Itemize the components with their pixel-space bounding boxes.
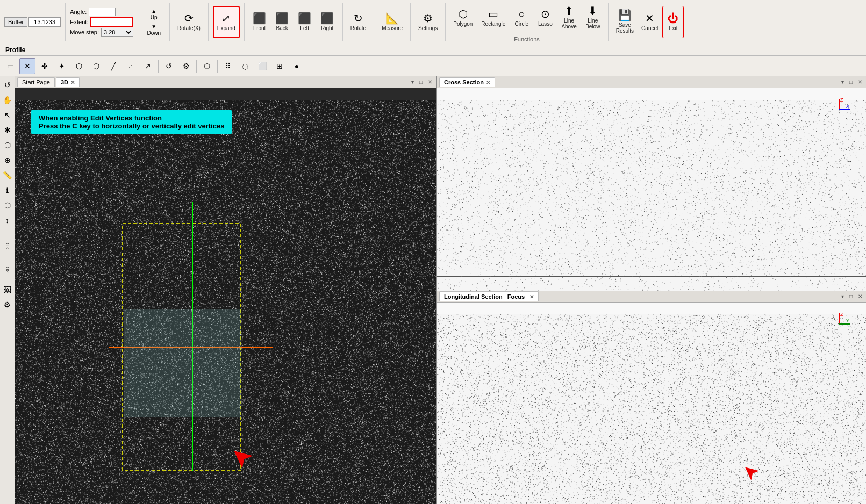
tab-maximize-btn[interactable]: □: [418, 79, 424, 85]
expand-button[interactable]: ⤢ Expand: [213, 6, 240, 38]
longitudinal-tab-bar: Longitudinal Section Focus ✕ ▾ □ ✕: [437, 291, 866, 303]
left-canvas: [15, 100, 436, 504]
down-button[interactable]: ▼ Down: [142, 23, 165, 37]
longi-close-btn[interactable]: ✕: [856, 293, 864, 299]
tab-cross-section-close[interactable]: ✕: [486, 80, 490, 85]
rotate-small-icon[interactable]: ↺: [161, 58, 177, 74]
linebelow-button[interactable]: ⬇ LineBelow: [582, 2, 604, 34]
lineabove-button[interactable]: ⬆ LineAbove: [558, 2, 579, 34]
right-viewports: Cross Section ✕ ▾ □ ✕: [437, 76, 866, 504]
tab-close-btn[interactable]: ✕: [426, 79, 434, 85]
tab-startpage[interactable]: Start Page: [17, 77, 55, 87]
polygon-icon: ⬡: [459, 9, 468, 19]
rotate-button[interactable]: ↻ Rotate: [347, 6, 369, 38]
sidebar-photo-icon[interactable]: 🖼: [1, 283, 14, 296]
lasso-button[interactable]: ⊙ Lasso: [534, 2, 556, 34]
sidebar-2d-label[interactable]: 2D: [5, 242, 10, 250]
tab-longitudinal-label: Longitudinal Section: [444, 293, 503, 300]
measure2-icon[interactable]: ⟋: [123, 58, 139, 74]
left-button[interactable]: ⬛ Left: [294, 6, 316, 38]
front-button[interactable]: ⬛ Front: [249, 6, 270, 38]
polygon-button[interactable]: ⬡ Polygon: [450, 2, 476, 34]
main-toolbar: Buffer 13.1233 Angle: 5 Extent: 16.404 M…: [0, 0, 866, 44]
tab-3d[interactable]: 3D ✕: [56, 77, 80, 87]
saveresults-button[interactable]: 💾 SaveResults: [613, 6, 637, 38]
rotate-group: ↻ Rotate: [347, 3, 374, 41]
tab-longitudinal-close[interactable]: ✕: [529, 294, 534, 300]
angle-input[interactable]: 5: [89, 8, 116, 16]
right-button[interactable]: ⬛ Right: [317, 6, 338, 38]
back-button[interactable]: ⬛ Back: [271, 6, 293, 38]
line-tool-icon[interactable]: ╱: [105, 58, 121, 74]
buffer-box: Buffer: [4, 17, 27, 27]
sidebar-3d-icon[interactable]: ⬡: [1, 199, 14, 212]
cross-icon[interactable]: ✕: [19, 58, 35, 74]
rectangle-label: Rectangle: [481, 21, 505, 27]
right-label: Right: [321, 25, 333, 31]
node2-icon[interactable]: ⬡: [88, 58, 104, 74]
cross-pin-btn[interactable]: ▾: [840, 79, 846, 85]
left-sidebar: ↺ ✋ ↖ ✱ ⬡ ⊕ 📏 ℹ ⬡ ↕ 2D 3D 🖼 ⚙: [0, 76, 15, 504]
cross-close-btn[interactable]: ✕: [856, 79, 864, 85]
rotatex-label: Rotate(X): [177, 25, 201, 31]
select-rect-icon[interactable]: ▭: [2, 58, 18, 74]
edit-vertices-icon[interactable]: ✤: [37, 58, 53, 74]
sidebar-settings-icon[interactable]: ⚙: [1, 298, 14, 311]
point-cloud-left: When enabling Edit Vertices function Pre…: [15, 88, 436, 504]
exit-button[interactable]: ⏻ Exit: [662, 6, 684, 38]
up-button[interactable]: ▲ Up: [142, 7, 165, 21]
circle-solid-icon[interactable]: ●: [289, 58, 305, 74]
measure-button[interactable]: 📐 Measure: [378, 6, 406, 38]
sidebar-edit-icon[interactable]: ✱: [1, 124, 14, 136]
sidebar-info-icon[interactable]: ℹ: [1, 184, 14, 197]
tab-pin-btn[interactable]: ▾: [410, 79, 416, 85]
circle-dotted-icon[interactable]: ◌: [237, 58, 253, 74]
pentagon-icon[interactable]: ⬠: [199, 58, 215, 74]
sidebar-rotate-icon[interactable]: ↺: [1, 78, 14, 91]
sidebar-hand-icon[interactable]: ✋: [1, 93, 14, 106]
expand-icon: ⤢: [221, 13, 231, 24]
cancel-icon: ✕: [645, 13, 654, 24]
measure-group: 📐 Measure: [378, 3, 411, 41]
grid-icon[interactable]: ⊞: [271, 58, 288, 74]
left-tab-controls: ▾ □ ✕: [410, 79, 434, 85]
rotatex-button[interactable]: ⟳ Rotate(X): [174, 6, 204, 38]
extent-label: Extent:: [70, 19, 88, 25]
longi-pin-btn[interactable]: ▾: [840, 293, 846, 299]
movestep-select[interactable]: 3.28 1.64 0.82: [101, 28, 133, 37]
sidebar-arrow-icon[interactable]: ↕: [1, 214, 14, 227]
sidebar-measure-icon[interactable]: 📏: [1, 169, 14, 182]
angle-row-input: Angle: 5: [70, 8, 133, 16]
tab-3d-close[interactable]: ✕: [70, 80, 75, 85]
vertex-edit2-icon[interactable]: ✦: [54, 58, 70, 74]
node-icon[interactable]: ⬡: [71, 58, 87, 74]
tab-longitudinal[interactable]: Longitudinal Section Focus ✕: [439, 291, 539, 301]
settings-button[interactable]: ⚙ Settings: [415, 6, 441, 38]
rectangle-icon: ▭: [488, 9, 498, 19]
front-label: Front: [253, 25, 266, 31]
sidebar-node-icon[interactable]: ⬡: [1, 139, 14, 152]
sidebar-3d-label[interactable]: 3D: [5, 265, 10, 274]
functions-label: Functions: [514, 36, 540, 42]
sidebar-select-icon[interactable]: ↖: [1, 109, 14, 121]
cancel-button[interactable]: ✕ Cancel: [638, 6, 661, 38]
rotate-icon: ↻: [354, 13, 363, 24]
back-label: Back: [276, 25, 288, 31]
tab-cross-section[interactable]: Cross Section ✕: [439, 77, 495, 87]
movestep-label: Move step:: [70, 29, 99, 35]
arrow-icon[interactable]: ↗: [140, 58, 156, 74]
extent-input[interactable]: 16.404: [90, 17, 133, 27]
circle-button[interactable]: ○ Circle: [511, 2, 532, 34]
rectangle-button[interactable]: ▭ Rectangle: [478, 2, 509, 34]
cross-maximize-btn[interactable]: □: [848, 79, 854, 85]
separator2: [196, 60, 197, 73]
right-icon: ⬛: [320, 13, 334, 24]
settings-label: Settings: [418, 25, 438, 31]
gear-small-icon[interactable]: ⚙: [178, 58, 194, 74]
longi-maximize-btn[interactable]: □: [848, 293, 854, 299]
dots-row1-icon[interactable]: ⠿: [220, 58, 236, 74]
svg-text:Y: Y: [846, 318, 849, 323]
rotatex-group: ⟳ Rotate(X): [174, 3, 209, 41]
square-dots-icon[interactable]: ⬜: [254, 58, 270, 74]
sidebar-zoom-icon[interactable]: ⊕: [1, 154, 14, 167]
